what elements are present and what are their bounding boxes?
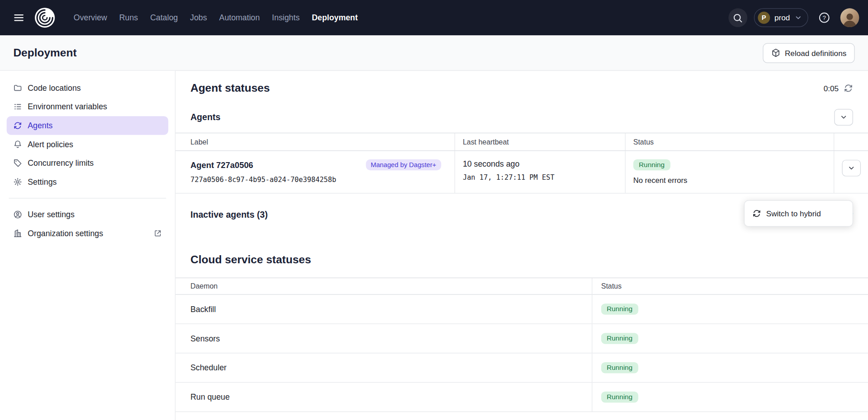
agent-label-cell: Agent 727a0506 Managed by Dagster+ 727a0… xyxy=(175,151,455,193)
column-header-status: Status xyxy=(626,133,835,150)
external-link-icon xyxy=(154,229,161,237)
hamburger-menu-button[interactable] xyxy=(9,8,29,28)
sidebar-item-concurrency-limits[interactable]: Concurrency limits xyxy=(7,154,169,173)
sidebar-item-alert-policies[interactable]: Alert policies xyxy=(7,135,169,154)
cloud-table-header: Daemon Status xyxy=(175,278,868,295)
sidebar-item-environment-variables[interactable]: Environment variables xyxy=(7,98,169,117)
gear-icon xyxy=(13,177,22,187)
column-header-actions xyxy=(834,133,868,150)
heartbeat-timestamp: Jan 17, 1:27:11 PM EST xyxy=(463,173,618,181)
deployment-switcher[interactable]: P prod xyxy=(754,8,808,27)
daemon-name: Backfill xyxy=(175,295,592,324)
sidebar-item-user-settings[interactable]: User settings xyxy=(7,205,169,224)
agent-name: Agent 727a0506 xyxy=(190,160,253,169)
reload-package-icon xyxy=(771,48,780,58)
refresh-countdown: 0:05 xyxy=(824,84,839,93)
building-icon xyxy=(13,229,22,238)
menu-item-switch-to-hybrid[interactable]: Switch to hybrid xyxy=(747,203,850,224)
sidebar-item-code-locations[interactable]: Code locations xyxy=(7,79,169,98)
managed-badge: Managed by Dagster+ xyxy=(366,159,441,170)
cloud-services-table: Daemon Status Backfill Running Sensors R… xyxy=(175,278,868,412)
daemon-status-badge: Running xyxy=(601,362,638,373)
nav-item-jobs[interactable]: Jobs xyxy=(184,9,213,27)
sidebar-item-label: Organization settings xyxy=(28,229,103,238)
deployment-initial-badge: P xyxy=(758,12,770,24)
sidebar-item-label: Code locations xyxy=(28,84,80,93)
hamburger-icon xyxy=(13,12,24,23)
daemon-status-badge: Running xyxy=(601,392,638,402)
inactive-agents-heading: Inactive agents (3) xyxy=(190,210,268,220)
sidebar-item-organization-settings[interactable]: Organization settings xyxy=(7,224,169,243)
nav-item-deployment[interactable]: Deployment xyxy=(306,9,364,27)
bell-icon xyxy=(13,140,22,149)
agent-actions-cell xyxy=(834,151,868,193)
navbar-right-cluster: P prod ? xyxy=(728,8,859,27)
agent-row-actions-button[interactable] xyxy=(842,160,861,177)
sidebar-item-settings[interactable]: Settings xyxy=(7,173,169,191)
daemon-name: Sensors xyxy=(175,324,592,353)
screen: Overview Runs Catalog Jobs Automation In… xyxy=(0,0,868,420)
agent-status-cell: Running No recent errors xyxy=(626,151,835,193)
deployment-sidebar: Code locations Environment variables Age… xyxy=(0,71,175,420)
nav-item-runs[interactable]: Runs xyxy=(113,9,144,27)
sidebar-item-label: Concurrency limits xyxy=(28,159,94,168)
column-header-daemon: Daemon xyxy=(175,278,592,294)
agents-options-dropdown-button[interactable] xyxy=(834,109,853,126)
daemon-row-scheduler: Scheduler Running xyxy=(175,353,868,383)
daemon-row-run-queue: Run queue Running xyxy=(175,383,868,412)
agents-subheading: Agents xyxy=(190,112,220,122)
svg-text:?: ? xyxy=(823,14,826,21)
nav-item-catalog[interactable]: Catalog xyxy=(144,9,184,27)
chevron-down-icon xyxy=(848,164,855,172)
chevron-down-icon xyxy=(840,113,848,121)
daemon-status-badge: Running xyxy=(601,303,638,314)
agent-heartbeat-cell: 10 seconds ago Jan 17, 1:27:11 PM EST xyxy=(455,151,626,193)
refresh-icon xyxy=(844,84,853,93)
agents-table: Label Last heartbeat Status Agent 727a05… xyxy=(175,133,868,194)
page-header: Deployment Reload definitions xyxy=(0,35,868,70)
user-icon xyxy=(13,210,22,219)
primary-nav: Overview Runs Catalog Jobs Automation In… xyxy=(67,9,363,27)
agents-table-header: Label Last heartbeat Status xyxy=(175,133,868,151)
dagster-logo-icon xyxy=(34,7,56,28)
top-navbar: Overview Runs Catalog Jobs Automation In… xyxy=(0,0,868,35)
search-button[interactable] xyxy=(728,8,747,27)
reload-definitions-button[interactable]: Reload definitions xyxy=(763,43,855,63)
agent-statuses-heading: Agent statuses xyxy=(190,82,270,94)
nav-item-overview[interactable]: Overview xyxy=(67,9,113,27)
agent-status-note: No recent errors xyxy=(633,177,826,185)
nav-item-insights[interactable]: Insights xyxy=(266,9,306,27)
heartbeat-relative: 10 seconds ago xyxy=(463,159,618,168)
nav-item-automation[interactable]: Automation xyxy=(213,9,266,27)
rows-icon xyxy=(13,103,22,112)
column-header-label: Label xyxy=(175,133,455,150)
sidebar-item-label: Settings xyxy=(28,177,57,187)
sidebar-item-label: Alert policies xyxy=(28,140,73,149)
refresh-button[interactable] xyxy=(844,84,853,93)
agent-sync-icon xyxy=(13,121,22,130)
daemon-name: Scheduler xyxy=(175,353,592,382)
daemon-row-backfill: Backfill Running xyxy=(175,295,868,324)
user-avatar[interactable] xyxy=(840,8,859,27)
cloud-service-statuses-heading: Cloud service statuses xyxy=(190,253,311,266)
deployment-name: prod xyxy=(774,13,790,22)
help-icon: ? xyxy=(818,12,830,24)
chevron-down-icon xyxy=(794,14,802,22)
sidebar-item-label: Environment variables xyxy=(28,103,107,112)
agent-id: 727a0506-8c97-4b95-a024-70e3984258b xyxy=(190,175,447,183)
sidebar-item-agents[interactable]: Agents xyxy=(7,116,169,135)
search-icon xyxy=(733,13,743,23)
daemon-row-sensors: Sensors Running xyxy=(175,324,868,354)
sidebar-item-label: User settings xyxy=(28,210,75,219)
agent-status-badge: Running xyxy=(633,159,670,170)
page-title: Deployment xyxy=(13,47,76,59)
column-header-last-heartbeat: Last heartbeat xyxy=(455,133,626,150)
reload-definitions-label: Reload definitions xyxy=(785,48,846,57)
daemon-name: Run queue xyxy=(175,383,592,411)
sidebar-divider xyxy=(9,198,166,198)
main-content: Agent statuses 0:05 Agents xyxy=(175,71,868,420)
agent-row: Agent 727a0506 Managed by Dagster+ 727a0… xyxy=(175,151,868,193)
help-button[interactable]: ? xyxy=(815,8,834,27)
folder-icon xyxy=(13,84,22,93)
agents-options-menu: Switch to hybrid xyxy=(744,200,853,227)
